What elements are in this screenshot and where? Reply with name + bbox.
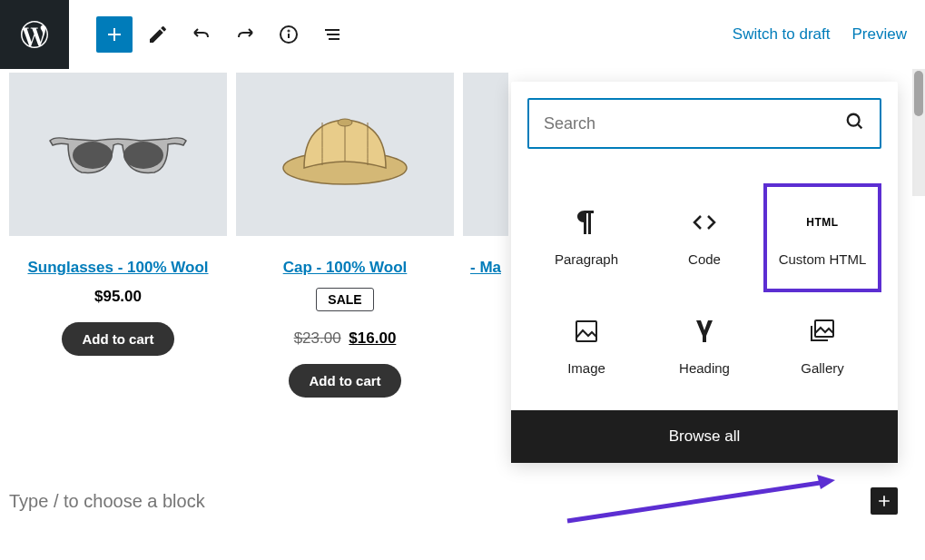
product-image bbox=[463, 73, 508, 236]
edit-icon[interactable] bbox=[140, 16, 176, 53]
product-price-row: $23.00 $16.00 bbox=[236, 329, 454, 348]
svg-rect-9 bbox=[576, 321, 596, 341]
product-image bbox=[236, 73, 454, 236]
vertical-scrollbar[interactable] bbox=[912, 69, 925, 196]
product-card: - Ma bbox=[463, 73, 508, 398]
block-search-box bbox=[527, 98, 881, 149]
svg-point-6 bbox=[338, 119, 352, 126]
code-icon bbox=[692, 210, 717, 235]
switch-to-draft-link[interactable]: Switch to draft bbox=[733, 25, 831, 44]
list-view-icon[interactable] bbox=[314, 16, 350, 53]
block-label: Heading bbox=[679, 360, 730, 376]
block-label: Code bbox=[688, 251, 721, 267]
block-inserter-popover: Paragraph Code HTML Custom HTML Image He… bbox=[511, 82, 898, 463]
wordpress-logo[interactable] bbox=[0, 0, 69, 69]
block-item-image[interactable]: Image bbox=[527, 292, 645, 401]
preview-link[interactable]: Preview bbox=[852, 25, 907, 44]
html-icon: HTML bbox=[810, 210, 835, 235]
block-grid: Paragraph Code HTML Custom HTML Image He… bbox=[511, 165, 898, 410]
image-icon bbox=[574, 319, 599, 344]
svg-line-8 bbox=[858, 124, 862, 129]
inline-add-block-button[interactable] bbox=[871, 487, 898, 515]
product-price: $16.00 bbox=[349, 329, 396, 347]
info-icon[interactable] bbox=[271, 16, 307, 53]
type-prompt-text[interactable]: Type / to choose a block bbox=[9, 491, 871, 512]
paragraph-icon bbox=[574, 210, 599, 235]
svg-point-3 bbox=[73, 142, 113, 169]
add-to-cart-button[interactable]: Add to cart bbox=[62, 322, 173, 356]
block-label: Custom HTML bbox=[779, 251, 867, 267]
svg-point-4 bbox=[123, 142, 163, 169]
block-item-paragraph[interactable]: Paragraph bbox=[527, 183, 645, 292]
block-item-custom-html[interactable]: HTML Custom HTML bbox=[763, 183, 881, 292]
block-label: Image bbox=[567, 360, 605, 376]
scrollbar-thumb[interactable] bbox=[914, 71, 923, 116]
heading-icon bbox=[692, 319, 717, 344]
type-prompt-row: Type / to choose a block bbox=[9, 487, 898, 515]
add-to-cart-button[interactable]: Add to cart bbox=[289, 364, 400, 398]
gallery-icon bbox=[810, 319, 835, 344]
search-icon bbox=[845, 112, 865, 135]
product-title-link[interactable]: - Ma bbox=[470, 259, 501, 277]
product-title-link[interactable]: Cap - 100% Wool bbox=[283, 259, 408, 277]
block-label: Gallery bbox=[801, 360, 844, 376]
block-item-gallery[interactable]: Gallery bbox=[763, 292, 881, 401]
editor-topbar: Switch to draft Preview bbox=[0, 0, 925, 69]
product-card: Cap - 100% Wool SALE $23.00 $16.00 Add t… bbox=[236, 73, 454, 398]
product-price-old: $23.00 bbox=[294, 329, 341, 347]
block-label: Paragraph bbox=[555, 251, 618, 267]
add-block-button[interactable] bbox=[96, 16, 133, 53]
svg-rect-13 bbox=[815, 320, 833, 337]
product-price: $95.00 bbox=[9, 288, 227, 306]
undo-icon[interactable] bbox=[183, 16, 220, 53]
browse-all-button[interactable]: Browse all bbox=[511, 410, 898, 463]
svg-point-7 bbox=[848, 114, 860, 126]
redo-icon[interactable] bbox=[227, 16, 263, 53]
sale-badge: SALE bbox=[316, 288, 373, 311]
block-item-heading[interactable]: Heading bbox=[645, 292, 763, 401]
block-search-input[interactable] bbox=[544, 114, 845, 133]
product-card: Sunglasses - 100% Wool $95.00 Add to car… bbox=[9, 73, 227, 398]
product-title-link[interactable]: Sunglasses - 100% Wool bbox=[27, 259, 208, 277]
svg-point-2 bbox=[289, 31, 290, 32]
product-image bbox=[9, 73, 227, 236]
block-item-code[interactable]: Code bbox=[645, 183, 763, 292]
